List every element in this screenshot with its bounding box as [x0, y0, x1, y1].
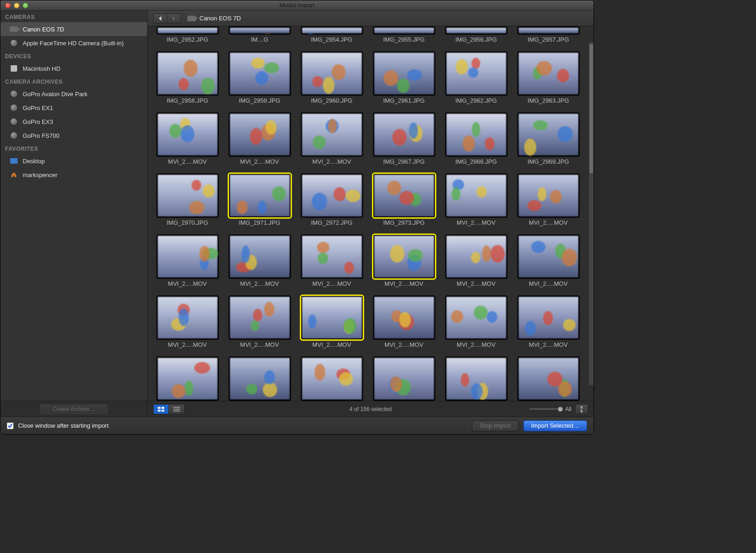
thumbnail-image[interactable] [229, 356, 291, 401]
thumbnail-image[interactable] [445, 51, 508, 96]
thumbnail-image[interactable] [517, 26, 580, 35]
thumbnail-image[interactable] [156, 173, 219, 218]
thumbnail-item[interactable]: MVI_2….MOV [516, 234, 581, 287]
thumbnail-item[interactable]: IM…G [227, 26, 292, 43]
thumbnail-image[interactable] [156, 51, 219, 96]
thumbnail-image[interactable] [156, 234, 219, 279]
thumbnail-item[interactable] [444, 356, 508, 401]
thumbnail-image[interactable] [301, 26, 363, 35]
sidebar-item[interactable]: GoPro Avalon Dive Park [0, 87, 147, 101]
thumbnail-item[interactable]: IMG_2952.JPG [155, 26, 220, 43]
thumbnail-image[interactable] [156, 112, 219, 157]
thumbnail-image[interactable] [445, 295, 508, 340]
thumbnail-image[interactable] [445, 356, 508, 401]
sidebar-item[interactable]: GoPro FS700 [0, 129, 147, 142]
nav-forward-button[interactable] [167, 13, 181, 24]
thumbnail-image[interactable] [229, 26, 291, 35]
thumbnail-image[interactable] [517, 356, 580, 401]
thumbnail-image[interactable] [229, 234, 291, 279]
thumbnail-item[interactable]: MVI_2….MOV [372, 295, 436, 348]
sidebar-item[interactable]: Macintosh HD [0, 61, 147, 75]
thumbnail-image[interactable] [229, 173, 291, 218]
thumbnail-item[interactable]: MVI_2….MOV [299, 295, 364, 348]
sidebar-item[interactable]: Desktop [0, 154, 147, 168]
thumbnail-item[interactable]: IMG_2957.JPG [516, 26, 581, 43]
sidebar-item[interactable]: Canon EOS 7D [0, 22, 147, 36]
sidebar-item[interactable]: Apple FaceTime HD Camera (Built-in) [0, 36, 147, 50]
thumbnail-item[interactable]: MVI_2….MOV [444, 295, 508, 348]
thumbnail-image[interactable] [373, 356, 435, 401]
thumbnail-item[interactable]: IMG_2959.JPG [227, 51, 292, 104]
thumbnail-image[interactable] [301, 234, 363, 279]
thumbnail-image[interactable] [373, 295, 435, 340]
thumbnail-image[interactable] [156, 356, 219, 401]
scrollbar[interactable] [589, 42, 594, 385]
thumbnail-item[interactable] [299, 356, 364, 401]
thumbnail-item[interactable]: MVI_2….MOV [372, 234, 436, 287]
thumbnail-image[interactable] [445, 234, 508, 279]
thumbnail-image[interactable] [373, 112, 435, 157]
close-window-checkbox[interactable] [7, 423, 13, 429]
thumbnail-size-slider[interactable] [529, 408, 562, 410]
thumbnail-item[interactable]: MVI_2….MOV [155, 234, 220, 287]
thumbnail-item[interactable]: IMG_2971.JPG [227, 173, 292, 226]
thumbnail-item[interactable]: IMG_2968.JPG [444, 112, 508, 165]
thumbnail-item[interactable]: IMG_2954.JPG [299, 26, 364, 43]
sidebar-item[interactable]: GoPro EX1 [0, 101, 147, 115]
thumbnail-image[interactable] [301, 112, 363, 157]
thumbnail-item[interactable]: IMG_2960.JPG [299, 51, 364, 104]
thumbnail-image[interactable] [517, 173, 580, 218]
thumbnail-image[interactable] [156, 26, 219, 35]
thumbnail-image[interactable] [373, 234, 435, 279]
thumbnail-image[interactable] [301, 295, 363, 340]
thumbnail-item[interactable]: MVI_2….MOV [444, 234, 508, 287]
thumbnail-image[interactable] [445, 112, 508, 157]
thumbnail-item[interactable]: MVI_2….MOV [299, 112, 364, 165]
thumbnail-item[interactable] [372, 356, 436, 401]
thumbnail-item[interactable] [516, 356, 581, 401]
sidebar-item[interactable]: GoPro EX3 [0, 115, 147, 129]
thumbnail-item[interactable]: IMG_2972.JPG [299, 173, 364, 226]
thumbnail-item[interactable] [227, 356, 292, 401]
thumbnail-item[interactable]: IMG_2955.JPG [372, 26, 436, 43]
scrollbar-thumb[interactable] [589, 44, 593, 173]
thumbnail-item[interactable]: IMG_2969.JPG [516, 112, 581, 165]
thumbnail-image[interactable] [301, 51, 363, 96]
thumbnail-item[interactable]: MVI_2….MOV [516, 173, 581, 226]
thumbnail-item[interactable]: MVI_2….MOV [227, 295, 292, 348]
thumbnail-image[interactable] [301, 356, 363, 401]
thumbnail-image[interactable] [156, 295, 219, 340]
thumbnail-image[interactable] [229, 51, 291, 96]
thumbnail-item[interactable]: IMG_2956.JPG [444, 26, 508, 43]
sidebar-item[interactable]: markspencer [0, 168, 147, 182]
thumbnail-item[interactable]: IMG_2962.JPG [444, 51, 508, 104]
thumbnail-item[interactable]: MVI_2….MOV [227, 112, 292, 165]
thumbnail-image[interactable] [229, 295, 291, 340]
thumbnail-image[interactable] [445, 173, 508, 218]
thumbnail-item[interactable] [155, 356, 220, 401]
thumbnail-item[interactable]: IMG_2961.JPG [372, 51, 436, 104]
thumbnail-image[interactable] [445, 26, 508, 35]
thumbnail-item[interactable]: MVI_2….MOV [155, 112, 220, 165]
thumbnail-image[interactable] [373, 173, 435, 218]
thumbnail-image[interactable] [373, 51, 435, 96]
clip-appearance-button[interactable] [575, 404, 588, 414]
thumbnail-image[interactable] [301, 173, 363, 218]
nav-back-button[interactable] [153, 13, 167, 24]
thumbnail-item[interactable]: MVI_2….MOV [227, 234, 292, 287]
thumbnail-item[interactable]: IMG_2963.JPG [516, 51, 581, 104]
thumbnail-item[interactable]: IMG_2967.JPG [372, 112, 436, 165]
thumbnail-image[interactable] [517, 234, 580, 279]
thumbnail-item[interactable]: MVI_2….MOV [516, 295, 581, 348]
create-archive-button[interactable]: Create Archive… [40, 405, 107, 414]
thumbnail-item[interactable]: IMG_2970.JPG [155, 173, 220, 226]
thumbnail-item[interactable]: IMG_2973.JPG [372, 173, 436, 226]
thumbnail-item[interactable]: MVI_2….MOV [444, 173, 508, 226]
thumbnail-grid[interactable]: IMG_2952.JPGIM…GIMG_2954.JPGIMG_2955.JPG… [148, 26, 594, 401]
thumbnail-image[interactable] [517, 51, 580, 96]
import-selected-button[interactable]: Import Selected… [523, 420, 587, 431]
thumbnail-image[interactable] [517, 112, 580, 157]
thumbnail-image[interactable] [373, 26, 435, 35]
thumbnail-item[interactable]: MVI_2….MOV [155, 295, 220, 348]
thumbnail-image[interactable] [229, 112, 291, 157]
